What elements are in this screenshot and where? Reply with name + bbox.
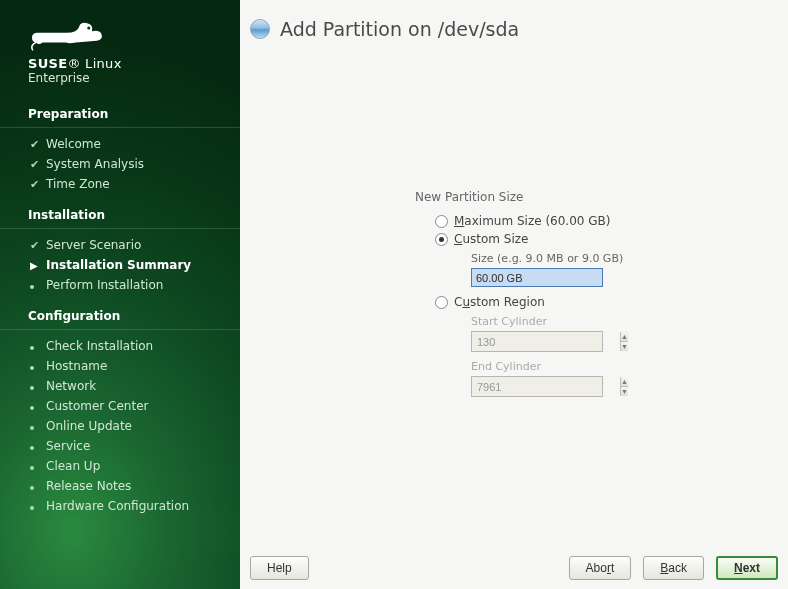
bullet-icon [30,359,42,373]
sidebar-item[interactable]: Online Update [0,416,240,436]
sidebar-item-label: Time Zone [46,177,110,191]
sidebar-item[interactable]: Clean Up [0,456,240,476]
sidebar-item[interactable]: ✔Server Scenario [0,235,240,255]
sidebar-item-label: Welcome [46,137,101,151]
sidebar-item-label: Release Notes [46,479,131,493]
chameleon-icon [28,18,108,54]
sidebar-item-label: Customer Center [46,399,149,413]
bullet-icon [30,278,42,292]
help-button[interactable]: Help [250,556,309,580]
bullet-icon [30,439,42,453]
check-icon: ✔ [30,137,42,151]
bullet-icon [30,399,42,413]
spin-up-icon[interactable]: ▲ [621,377,628,387]
sidebar-item[interactable]: ✔Welcome [0,134,240,154]
end-cyl-label: End Cylinder [471,360,755,373]
sidebar: SUSE® Linux Enterprise Preparation✔Welco… [0,0,240,589]
abort-button[interactable]: Abort [569,556,632,580]
sidebar-item[interactable]: Check Installation [0,336,240,356]
check-icon: ✔ [30,238,42,252]
page-title: Add Partition on /dev/sda [280,18,519,40]
bullet-icon [30,499,42,513]
partition-icon [250,19,270,39]
sidebar-item-label: Perform Installation [46,278,163,292]
radio-custom-region[interactable]: Custom Region [415,293,755,311]
brand-subtext: Enterprise [28,71,240,85]
end-cyl-spinner[interactable]: ▲ ▼ [471,376,603,397]
bullet-icon [30,379,42,393]
bullet-icon [30,479,42,493]
bullet-icon [30,419,42,433]
start-cyl-input[interactable] [472,332,620,351]
sidebar-item-label: Hostname [46,359,107,373]
arrow-icon: ▶ [30,258,42,272]
brand-text: SUSE® Linux [28,56,240,71]
sidebar-item[interactable]: ▶Installation Summary [0,255,240,275]
radio-icon [435,233,448,246]
sidebar-item-label: Online Update [46,419,132,433]
bottom-bar: Help Abort Back Next [240,547,788,589]
sidebar-item[interactable]: ✔System Analysis [0,154,240,174]
sidebar-item-label: System Analysis [46,157,144,171]
section-head: Preparation [0,99,240,128]
sidebar-item[interactable]: Perform Installation [0,275,240,295]
end-cyl-input[interactable] [472,377,620,396]
radio-max-size[interactable]: Maximum Size (60.00 GB) [415,212,755,230]
next-button[interactable]: Next [716,556,778,580]
sidebar-item-label: Service [46,439,90,453]
sidebar-item[interactable]: Network [0,376,240,396]
section-head: Installation [0,200,240,229]
size-field-label: Size (e.g. 9.0 MB or 9.0 GB) [471,252,755,265]
group-label: New Partition Size [415,190,755,204]
back-button[interactable]: Back [643,556,704,580]
spin-down-icon[interactable]: ▼ [621,387,628,396]
svg-point-0 [87,26,90,29]
logo: SUSE® Linux Enterprise [0,18,240,99]
sidebar-item-label: Check Installation [46,339,153,353]
spin-up-icon[interactable]: ▲ [621,332,628,342]
sidebar-item-label: Clean Up [46,459,100,473]
check-icon: ✔ [30,177,42,191]
sidebar-item[interactable]: Hardware Configuration [0,496,240,516]
main-panel: Add Partition on /dev/sda New Partition … [240,0,788,589]
sidebar-item-label: Network [46,379,96,393]
bullet-icon [30,459,42,473]
section-head: Configuration [0,301,240,330]
size-input[interactable] [471,268,603,287]
partition-size-form: New Partition Size Maximum Size (60.00 G… [415,190,755,397]
sidebar-item[interactable]: Release Notes [0,476,240,496]
sidebar-item[interactable]: Hostname [0,356,240,376]
radio-icon [435,215,448,228]
sidebar-item-label: Hardware Configuration [46,499,189,513]
sidebar-item-label: Server Scenario [46,238,141,252]
bullet-icon [30,339,42,353]
sidebar-item[interactable]: Customer Center [0,396,240,416]
page-title-row: Add Partition on /dev/sda [240,0,788,40]
check-icon: ✔ [30,157,42,171]
radio-icon [435,296,448,309]
sidebar-item[interactable]: ✔Time Zone [0,174,240,194]
start-cyl-spinner[interactable]: ▲ ▼ [471,331,603,352]
spin-down-icon[interactable]: ▼ [621,342,628,351]
radio-custom-size[interactable]: Custom Size [415,230,755,248]
sidebar-item-label: Installation Summary [46,258,191,272]
start-cyl-label: Start Cylinder [471,315,755,328]
sidebar-item[interactable]: Service [0,436,240,456]
